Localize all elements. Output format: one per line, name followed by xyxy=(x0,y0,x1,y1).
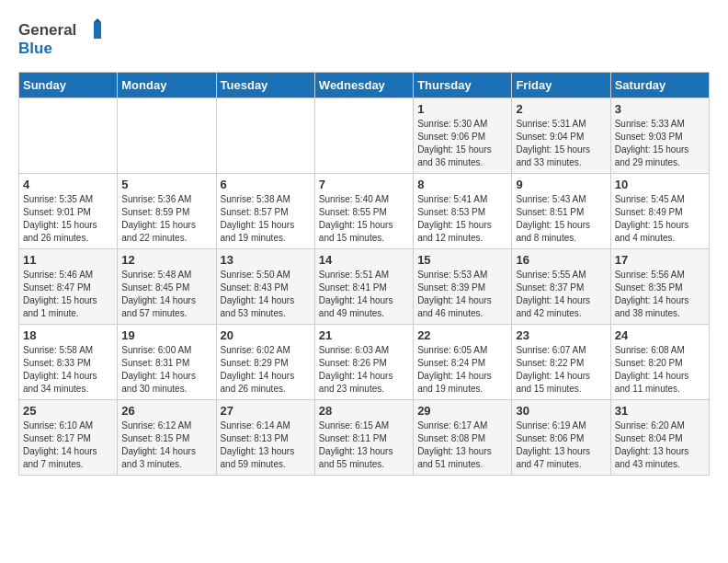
day-number: 12 xyxy=(121,253,211,267)
day-info: Sunrise: 5:45 AM Sunset: 8:49 PM Dayligh… xyxy=(615,193,705,245)
calendar-cell xyxy=(118,98,216,174)
day-info: Sunrise: 5:36 AM Sunset: 8:59 PM Dayligh… xyxy=(121,193,211,245)
calendar-cell: 17Sunrise: 5:56 AM Sunset: 8:35 PM Dayli… xyxy=(610,249,709,325)
page-header: General Blue xyxy=(18,18,710,57)
weekday-header-friday: Friday xyxy=(512,73,610,98)
day-number: 31 xyxy=(615,404,705,418)
day-number: 17 xyxy=(615,253,705,267)
day-info: Sunrise: 6:08 AM Sunset: 8:20 PM Dayligh… xyxy=(615,344,705,396)
calendar-cell: 14Sunrise: 5:51 AM Sunset: 8:41 PM Dayli… xyxy=(314,249,413,325)
day-number: 7 xyxy=(319,178,409,191)
weekday-header-saturday: Saturday xyxy=(610,73,709,98)
day-number: 1 xyxy=(417,102,507,116)
calendar-cell: 22Sunrise: 6:05 AM Sunset: 8:24 PM Dayli… xyxy=(414,325,512,400)
day-number: 4 xyxy=(23,178,113,191)
calendar-cell: 21Sunrise: 6:03 AM Sunset: 8:26 PM Dayli… xyxy=(314,325,413,400)
day-number: 8 xyxy=(417,178,507,191)
day-info: Sunrise: 6:02 AM Sunset: 8:29 PM Dayligh… xyxy=(221,344,311,396)
day-number: 21 xyxy=(319,328,409,342)
calendar-cell: 8Sunrise: 5:41 AM Sunset: 8:53 PM Daylig… xyxy=(414,174,512,249)
day-number: 23 xyxy=(516,328,606,342)
calendar-body: 1Sunrise: 5:30 AM Sunset: 9:06 PM Daylig… xyxy=(19,98,710,476)
day-info: Sunrise: 6:10 AM Sunset: 8:17 PM Dayligh… xyxy=(23,419,113,471)
calendar-cell: 26Sunrise: 6:12 AM Sunset: 8:15 PM Dayli… xyxy=(118,400,216,476)
day-number: 22 xyxy=(417,328,507,342)
calendar-cell: 13Sunrise: 5:50 AM Sunset: 8:43 PM Dayli… xyxy=(216,249,314,325)
calendar-cell: 20Sunrise: 6:02 AM Sunset: 8:29 PM Dayli… xyxy=(216,325,314,400)
weekday-header-monday: Monday xyxy=(118,73,216,98)
day-number: 20 xyxy=(221,328,311,342)
day-info: Sunrise: 6:14 AM Sunset: 8:13 PM Dayligh… xyxy=(221,419,311,471)
day-info: Sunrise: 6:03 AM Sunset: 8:26 PM Dayligh… xyxy=(319,344,409,396)
logo-svg: General Blue xyxy=(18,18,101,57)
svg-marker-3 xyxy=(94,18,101,22)
day-number: 24 xyxy=(615,328,705,342)
day-info: Sunrise: 5:48 AM Sunset: 8:45 PM Dayligh… xyxy=(121,269,211,320)
day-number: 19 xyxy=(121,328,211,342)
day-number: 2 xyxy=(516,102,606,116)
weekday-header-tuesday: Tuesday xyxy=(216,73,314,98)
calendar-cell: 23Sunrise: 6:07 AM Sunset: 8:22 PM Dayli… xyxy=(512,325,610,400)
weekday-header-sunday: Sunday xyxy=(19,73,118,98)
day-info: Sunrise: 5:38 AM Sunset: 8:57 PM Dayligh… xyxy=(221,193,311,245)
svg-marker-2 xyxy=(94,22,101,39)
calendar-cell: 16Sunrise: 5:55 AM Sunset: 8:37 PM Dayli… xyxy=(512,249,610,325)
calendar-cell: 9Sunrise: 5:43 AM Sunset: 8:51 PM Daylig… xyxy=(512,174,610,249)
calendar-cell: 10Sunrise: 5:45 AM Sunset: 8:49 PM Dayli… xyxy=(610,174,709,249)
calendar-cell: 6Sunrise: 5:38 AM Sunset: 8:57 PM Daylig… xyxy=(216,174,314,249)
calendar-cell xyxy=(216,98,314,174)
day-number: 14 xyxy=(319,253,409,267)
day-info: Sunrise: 5:56 AM Sunset: 8:35 PM Dayligh… xyxy=(615,269,705,320)
calendar-cell: 15Sunrise: 5:53 AM Sunset: 8:39 PM Dayli… xyxy=(414,249,512,325)
day-info: Sunrise: 5:53 AM Sunset: 8:39 PM Dayligh… xyxy=(417,269,507,320)
calendar-week-5: 25Sunrise: 6:10 AM Sunset: 8:17 PM Dayli… xyxy=(19,400,710,476)
calendar-cell: 19Sunrise: 6:00 AM Sunset: 8:31 PM Dayli… xyxy=(118,325,216,400)
svg-text:Blue: Blue xyxy=(18,40,52,57)
day-info: Sunrise: 6:00 AM Sunset: 8:31 PM Dayligh… xyxy=(121,344,211,396)
calendar-cell: 5Sunrise: 5:36 AM Sunset: 8:59 PM Daylig… xyxy=(118,174,216,249)
day-number: 27 xyxy=(221,404,311,418)
day-info: Sunrise: 5:58 AM Sunset: 8:33 PM Dayligh… xyxy=(23,344,113,396)
day-info: Sunrise: 5:43 AM Sunset: 8:51 PM Dayligh… xyxy=(516,193,606,245)
day-info: Sunrise: 5:40 AM Sunset: 8:55 PM Dayligh… xyxy=(319,193,409,245)
day-info: Sunrise: 6:05 AM Sunset: 8:24 PM Dayligh… xyxy=(417,344,507,396)
day-info: Sunrise: 6:20 AM Sunset: 8:04 PM Dayligh… xyxy=(615,419,705,471)
day-number: 6 xyxy=(221,178,311,191)
calendar-cell: 2Sunrise: 5:31 AM Sunset: 9:04 PM Daylig… xyxy=(512,98,610,174)
calendar-cell: 24Sunrise: 6:08 AM Sunset: 8:20 PM Dayli… xyxy=(610,325,709,400)
day-info: Sunrise: 5:55 AM Sunset: 8:37 PM Dayligh… xyxy=(516,269,606,320)
day-info: Sunrise: 5:31 AM Sunset: 9:04 PM Dayligh… xyxy=(516,118,606,169)
day-info: Sunrise: 5:33 AM Sunset: 9:03 PM Dayligh… xyxy=(615,118,705,169)
day-number: 16 xyxy=(516,253,606,267)
day-number: 3 xyxy=(615,102,705,116)
day-info: Sunrise: 6:12 AM Sunset: 8:15 PM Dayligh… xyxy=(121,419,211,471)
calendar-cell: 28Sunrise: 6:15 AM Sunset: 8:11 PM Dayli… xyxy=(314,400,413,476)
day-number: 28 xyxy=(319,404,409,418)
svg-text:General: General xyxy=(18,21,76,39)
calendar-week-2: 4Sunrise: 5:35 AM Sunset: 9:01 PM Daylig… xyxy=(19,174,710,249)
calendar-table: SundayMondayTuesdayWednesdayThursdayFrid… xyxy=(18,72,710,476)
calendar-cell: 12Sunrise: 5:48 AM Sunset: 8:45 PM Dayli… xyxy=(118,249,216,325)
day-number: 18 xyxy=(23,328,113,342)
calendar-cell xyxy=(19,98,118,174)
day-info: Sunrise: 5:46 AM Sunset: 8:47 PM Dayligh… xyxy=(23,269,113,320)
calendar-cell: 11Sunrise: 5:46 AM Sunset: 8:47 PM Dayli… xyxy=(19,249,118,325)
day-number: 5 xyxy=(121,178,211,191)
weekday-header-wednesday: Wednesday xyxy=(314,73,413,98)
calendar-week-4: 18Sunrise: 5:58 AM Sunset: 8:33 PM Dayli… xyxy=(19,325,710,400)
calendar-cell: 27Sunrise: 6:14 AM Sunset: 8:13 PM Dayli… xyxy=(216,400,314,476)
calendar-cell: 7Sunrise: 5:40 AM Sunset: 8:55 PM Daylig… xyxy=(314,174,413,249)
day-number: 9 xyxy=(516,178,606,191)
day-number: 30 xyxy=(516,404,606,418)
day-info: Sunrise: 6:17 AM Sunset: 8:08 PM Dayligh… xyxy=(417,419,507,471)
day-info: Sunrise: 5:30 AM Sunset: 9:06 PM Dayligh… xyxy=(417,118,507,169)
day-number: 25 xyxy=(23,404,113,418)
day-info: Sunrise: 6:19 AM Sunset: 8:06 PM Dayligh… xyxy=(516,419,606,471)
calendar-week-1: 1Sunrise: 5:30 AM Sunset: 9:06 PM Daylig… xyxy=(19,98,710,174)
day-info: Sunrise: 5:51 AM Sunset: 8:41 PM Dayligh… xyxy=(319,269,409,320)
calendar-header-row: SundayMondayTuesdayWednesdayThursdayFrid… xyxy=(19,73,710,98)
calendar-cell: 31Sunrise: 6:20 AM Sunset: 8:04 PM Dayli… xyxy=(610,400,709,476)
day-number: 10 xyxy=(615,178,705,191)
calendar-cell xyxy=(314,98,413,174)
logo: General Blue xyxy=(18,18,101,57)
